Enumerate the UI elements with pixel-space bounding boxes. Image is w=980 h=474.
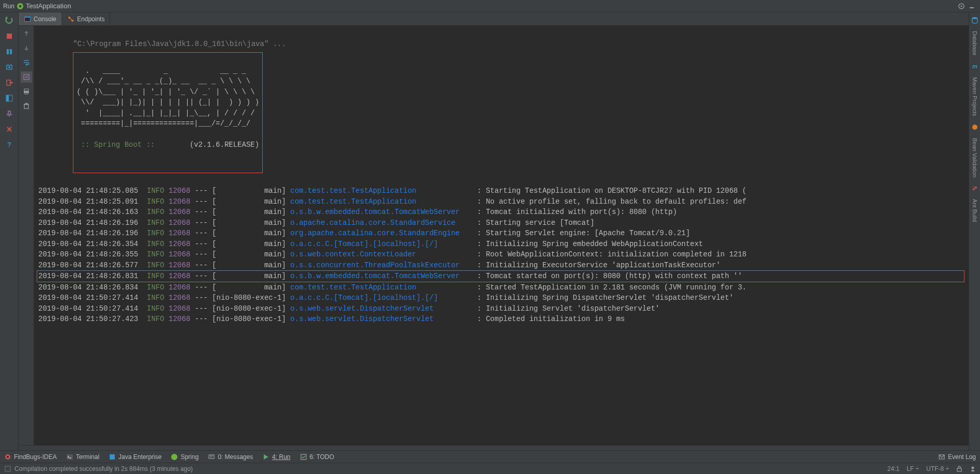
- log-row: 2019-08-04 21:48:26.163 INFO 12068 --- […: [38, 207, 964, 218]
- log-row: 2019-08-04 21:50:27.414 INFO 12068 --- […: [38, 293, 964, 303]
- exit-button[interactable]: [3, 77, 16, 89]
- status-bar: Compilation completed successfully in 2s…: [0, 463, 980, 474]
- log-row: 2019-08-04 21:48:26.355 INFO 12068 --- […: [38, 249, 964, 260]
- caret-position[interactable]: 24:1: [887, 465, 899, 472]
- log-row: 2019-08-04 21:50:27.423 INFO 12068 --- […: [38, 314, 964, 325]
- svg-rect-38: [5, 466, 10, 471]
- help-button[interactable]: ?: [3, 139, 16, 151]
- log-row: 2019-08-04 21:48:26.354 INFO 12068 --- […: [38, 239, 964, 250]
- tool-spring[interactable]: Spring: [171, 453, 199, 461]
- javaee-icon: [109, 453, 116, 461]
- scroll-to-end-button[interactable]: [21, 71, 32, 83]
- svg-rect-20: [24, 89, 28, 91]
- tool-javaee[interactable]: Java Enterprise: [109, 453, 161, 461]
- gear-icon[interactable]: [956, 1, 967, 11]
- clear-all-button[interactable]: [21, 100, 32, 112]
- maven-icon: m: [971, 63, 978, 70]
- svg-point-40: [972, 466, 974, 469]
- log-lines-container: 2019-08-04 21:48:25.085 INFO 12068 --- […: [38, 186, 964, 325]
- dump-threads-button[interactable]: [3, 61, 16, 73]
- pin-button[interactable]: [3, 108, 16, 120]
- svg-rect-16: [25, 18, 30, 21]
- svg-rect-8: [10, 49, 12, 54]
- svg-rect-7: [7, 49, 9, 54]
- eventlog-icon: [938, 453, 945, 461]
- terminal-icon: [66, 453, 73, 461]
- console-output[interactable]: "C:\Program Files\Java\jdk1.8.0_161\bin\…: [34, 26, 969, 445]
- soft-wrap-button[interactable]: [21, 57, 32, 68]
- stop-button[interactable]: [3, 30, 16, 42]
- messages-icon: [208, 453, 215, 461]
- tool-run-label: 4: Run: [272, 453, 290, 461]
- run-config-name: TestApplication: [26, 2, 71, 10]
- tab-console-label: Console: [34, 16, 56, 23]
- right-tab-bean-validation[interactable]: Bean Validation: [972, 138, 978, 177]
- tab-console[interactable]: Console: [19, 12, 62, 25]
- command-line: "C:\Program Files\Java\jdk1.8.0_161\bin\…: [73, 40, 286, 48]
- svg-rect-39: [957, 468, 961, 471]
- bottom-tool-strip: FindBugs-IDEA Terminal Java Enterprise S…: [0, 450, 980, 463]
- log-row: 2019-08-04 21:48:26.831 INFO 12068 --- […: [37, 270, 964, 282]
- minimize-icon[interactable]: [967, 1, 977, 11]
- todo-icon: [300, 453, 307, 461]
- lock-icon[interactable]: [956, 466, 962, 472]
- svg-point-33: [171, 454, 177, 460]
- spring-banner-label: :: Spring Boot ::: [77, 141, 159, 149]
- ant-icon: [971, 185, 978, 192]
- svg-point-1: [19, 5, 22, 7]
- run-toolwindow-header: Run TestApplication: [0, 0, 980, 12]
- log-row: 2019-08-04 21:48:26.577 INFO 12068 --- […: [38, 260, 964, 271]
- tool-messages-label: 0: Messages: [218, 453, 253, 461]
- tool-eventlog[interactable]: Event Log: [938, 453, 976, 461]
- right-tab-database[interactable]: Database: [972, 31, 978, 55]
- tool-findbugs[interactable]: FindBugs-IDEA: [4, 453, 57, 461]
- close-button[interactable]: [3, 123, 16, 135]
- log-row: 2019-08-04 21:48:26.834 INFO 12068 --- […: [38, 282, 964, 293]
- log-row: 2019-08-04 21:48:26.196 INFO 12068 --- […: [38, 228, 964, 239]
- findbugs-icon: [4, 453, 11, 461]
- svg-point-24: [972, 17, 977, 19]
- rerun-button[interactable]: [3, 14, 16, 27]
- right-tab-ant[interactable]: Ant Build: [972, 199, 978, 222]
- run-left-toolbar: ?: [0, 12, 19, 450]
- endpoints-icon: [67, 16, 74, 23]
- tool-messages[interactable]: 0: Messages: [208, 453, 253, 461]
- database-icon: [971, 17, 978, 24]
- tool-todo-label: 6: TODO: [310, 453, 335, 461]
- tab-endpoints[interactable]: Endpoints: [62, 12, 110, 25]
- line-separator[interactable]: LF ÷: [907, 465, 919, 472]
- up-arrow-icon[interactable]: [21, 28, 32, 39]
- log-row: 2019-08-04 21:50:27.414 INFO 12068 --- […: [38, 303, 964, 314]
- tool-findbugs-label: FindBugs-IDEA: [14, 453, 57, 461]
- console-icon: [24, 16, 31, 23]
- file-encoding[interactable]: UTF-8 ÷: [926, 465, 949, 472]
- hector-icon[interactable]: [970, 466, 976, 472]
- layout-button[interactable]: [3, 92, 16, 104]
- spring-banner-box: . ____ _ __ _ _ /\\ / ___'_ __ _ _(_)_ _…: [73, 52, 263, 173]
- print-button[interactable]: [21, 86, 32, 97]
- svg-rect-32: [110, 454, 115, 460]
- down-arrow-icon[interactable]: [21, 42, 32, 54]
- spring-boot-icon: [17, 3, 24, 10]
- horizontal-scrollbar[interactable]: [19, 445, 969, 450]
- log-row: 2019-08-04 21:48:25.091 INFO 12068 --- […: [38, 196, 964, 207]
- svg-text:m: m: [972, 63, 977, 69]
- right-tab-maven[interactable]: Maven Projects: [972, 77, 978, 116]
- tool-todo[interactable]: 6: TODO: [300, 453, 335, 461]
- log-row: 2019-08-04 21:48:25.085 INFO 12068 --- […: [38, 186, 964, 196]
- tool-eventlog-label: Event Log: [948, 453, 976, 461]
- tool-terminal[interactable]: Terminal: [66, 453, 99, 461]
- spring-banner-version: (v2.1.6.RELEASE): [190, 141, 259, 149]
- spring-icon: [171, 453, 178, 461]
- console-tabs: Console Endpoints: [19, 12, 969, 26]
- tool-run[interactable]: 4: Run: [262, 453, 290, 461]
- svg-point-26: [972, 125, 977, 130]
- run-icon: [262, 453, 269, 461]
- tab-endpoints-label: Endpoints: [77, 16, 104, 23]
- pause-button[interactable]: [3, 45, 16, 58]
- svg-rect-6: [7, 34, 12, 39]
- svg-point-10: [8, 66, 10, 68]
- status-message: Compilation completed successfully in 2s…: [14, 465, 193, 472]
- svg-marker-35: [264, 454, 268, 460]
- svg-rect-31: [67, 454, 73, 460]
